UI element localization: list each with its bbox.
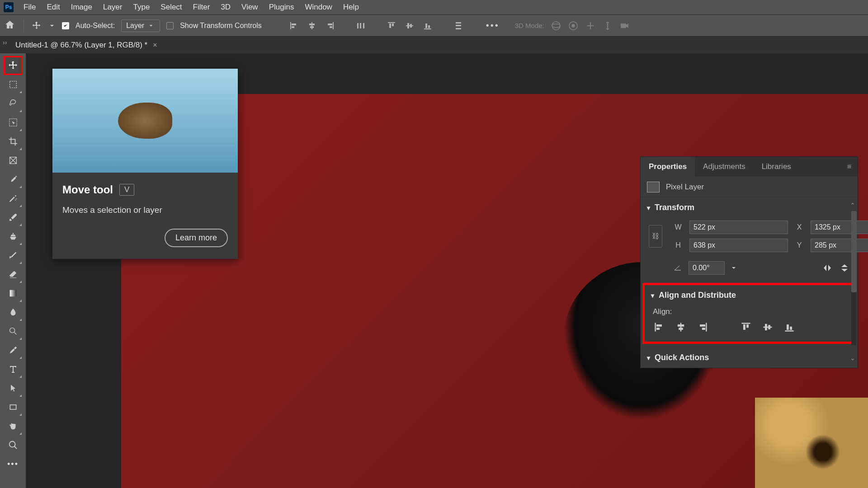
transform-controls-checkbox[interactable]: [166, 22, 174, 29]
document-tab[interactable]: Untitled-1 @ 66.7% (Layer 1, RGB/8) * ×: [9, 37, 164, 53]
flip-vertical-icon[interactable]: [840, 263, 849, 272]
menu-type[interactable]: Type: [127, 0, 155, 14]
menu-view[interactable]: View: [236, 0, 264, 14]
properties-scrollbar[interactable]: [851, 211, 857, 345]
type-tool[interactable]: [4, 360, 23, 379]
3d-roll-icon[interactable]: [568, 20, 579, 31]
svg-rect-13: [389, 23, 391, 28]
svg-rect-2: [292, 26, 294, 28]
distribute-h-icon[interactable]: [355, 20, 367, 32]
divider: [24, 19, 24, 32]
align-right-button[interactable]: [696, 321, 709, 333]
menu-window[interactable]: Window: [299, 0, 337, 14]
pen-tool[interactable]: [4, 341, 23, 360]
auto-select-checkbox[interactable]: [62, 22, 69, 29]
healing-brush-tool[interactable]: [4, 189, 23, 208]
move-tool[interactable]: [4, 56, 23, 75]
tab-properties[interactable]: Properties: [641, 157, 695, 177]
panel-menu-icon[interactable]: ≡: [841, 163, 858, 171]
learn-more-button[interactable]: Learn more: [165, 229, 228, 247]
menu-plugins[interactable]: Plugins: [264, 0, 300, 14]
3d-orbit-icon[interactable]: [551, 20, 561, 31]
layer-dropdown[interactable]: Layer: [121, 19, 160, 32]
eyedropper-tool[interactable]: [4, 170, 23, 189]
svg-rect-45: [700, 324, 705, 327]
scrollbar-thumb[interactable]: [851, 211, 857, 292]
section-collapse-icon[interactable]: ⌃: [850, 202, 855, 208]
menu-filter[interactable]: Filter: [188, 0, 216, 14]
close-tab-icon[interactable]: ×: [153, 41, 157, 49]
gradient-tool[interactable]: [4, 284, 23, 303]
3d-pan-icon[interactable]: [585, 20, 596, 31]
align-top-button[interactable]: [740, 321, 752, 333]
path-selection-tool[interactable]: [4, 379, 23, 398]
move-tool-icon[interactable]: [30, 19, 43, 32]
object-selection-tool[interactable]: [4, 113, 23, 132]
dodge-tool[interactable]: [4, 322, 23, 341]
distribute-v-icon[interactable]: [453, 20, 464, 32]
transform-section-header[interactable]: ▾ Transform ⌃: [641, 197, 858, 218]
blur-tool[interactable]: [4, 303, 23, 322]
tab-libraries[interactable]: Libraries: [754, 157, 799, 177]
svg-rect-23: [456, 28, 461, 29]
home-icon[interactable]: [5, 19, 17, 32]
x-input[interactable]: [811, 221, 868, 234]
eraser-tool[interactable]: [4, 265, 23, 284]
flip-horizontal-icon[interactable]: [822, 263, 832, 272]
align-center-h-icon[interactable]: [306, 20, 318, 32]
panel-tabs: Properties Adjustments Libraries ≡: [641, 157, 858, 177]
link-dimensions-icon[interactable]: ⛓: [649, 225, 662, 248]
svg-point-24: [552, 22, 560, 30]
align-middle-v-icon[interactable]: [404, 20, 415, 32]
angle-icon: [673, 263, 682, 272]
rotation-row: [641, 259, 858, 281]
rotation-input[interactable]: [689, 261, 725, 275]
rectangle-tool[interactable]: [4, 398, 23, 417]
align-bottom-icon[interactable]: [422, 20, 434, 32]
menu-image[interactable]: Image: [66, 0, 98, 14]
section-expand-icon[interactable]: ⌄: [850, 355, 855, 361]
brush-tool[interactable]: [4, 208, 23, 227]
menu-select[interactable]: Select: [155, 0, 187, 14]
svg-rect-1: [292, 23, 296, 25]
align-right-icon[interactable]: [324, 20, 336, 32]
menu-help[interactable]: Help: [338, 0, 364, 14]
svg-rect-20: [428, 25, 430, 28]
height-input[interactable]: [689, 239, 788, 252]
zoom-tool[interactable]: [4, 436, 23, 455]
menu-bar: Ps File Edit Image Layer Type Select Fil…: [0, 0, 868, 14]
align-center-h-button[interactable]: [675, 321, 687, 333]
svg-rect-17: [410, 24, 412, 28]
history-brush-tool[interactable]: [4, 246, 23, 265]
align-bottom-button[interactable]: [783, 321, 796, 333]
chevron-down-icon[interactable]: [49, 23, 56, 28]
expand-tabs-icon[interactable]: ››: [3, 39, 7, 46]
chevron-down-icon[interactable]: [731, 265, 736, 271]
align-left-button[interactable]: [653, 321, 665, 333]
menu-layer[interactable]: Layer: [98, 0, 128, 14]
menu-edit[interactable]: Edit: [41, 0, 65, 14]
marquee-tool[interactable]: [4, 75, 23, 94]
align-left-icon[interactable]: [288, 20, 300, 32]
clone-stamp-tool[interactable]: [4, 227, 23, 246]
more-options-icon[interactable]: •••: [486, 20, 500, 31]
lasso-tool[interactable]: [4, 94, 23, 113]
quick-actions-header[interactable]: ▾ Quick Actions ⌄: [641, 347, 858, 368]
align-section-header[interactable]: ▾ Align and Distribute: [645, 285, 852, 305]
frame-tool[interactable]: [4, 151, 23, 170]
y-input[interactable]: [811, 239, 868, 252]
edit-toolbar-icon[interactable]: •••: [4, 455, 23, 474]
width-input[interactable]: [689, 221, 788, 234]
hand-tool[interactable]: [4, 417, 23, 436]
layer-dropdown-value: Layer: [126, 22, 144, 30]
align-top-icon[interactable]: [386, 20, 397, 32]
chevron-down-icon: [149, 23, 153, 28]
menu-3d[interactable]: 3D: [215, 0, 236, 14]
3d-slide-icon[interactable]: [602, 20, 613, 31]
align-middle-v-button[interactable]: [761, 321, 774, 333]
svg-rect-36: [10, 405, 16, 409]
tab-adjustments[interactable]: Adjustments: [695, 157, 754, 177]
crop-tool[interactable]: [4, 132, 23, 151]
3d-camera-icon[interactable]: [619, 20, 630, 31]
menu-file[interactable]: File: [18, 0, 41, 14]
